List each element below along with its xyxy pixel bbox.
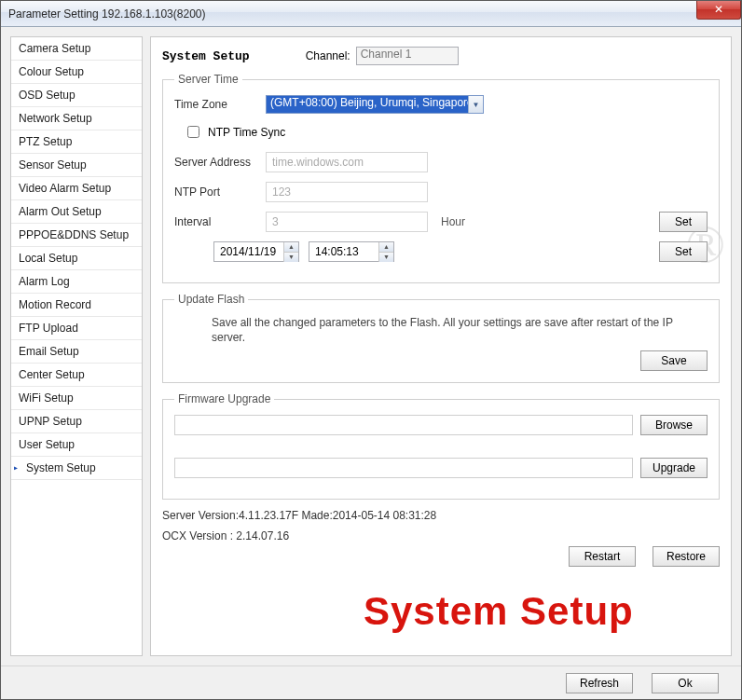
timezone-select[interactable]: (GMT+08:00) Beijing, Urumqi, Singapore [266,95,484,114]
save-button[interactable]: Save [640,350,708,371]
update-flash-group: Update Flash Save all the changed parame… [162,293,720,383]
timezone-label: Time Zone [174,98,258,111]
ntp-set-button[interactable]: Set [659,212,708,232]
date-spinner[interactable]: ▲▼ [213,241,299,262]
sidebar-item-motion-record[interactable]: Motion Record [11,294,142,317]
firmware-path-input[interactable] [174,415,633,435]
server-address-label: Server Address [174,156,258,169]
interval-input[interactable] [266,212,428,232]
sidebar-item-local-setup[interactable]: Local Setup [11,247,142,270]
ntp-port-label: NTP Port [174,185,258,199]
sidebar: Camera Setup Colour Setup OSD Setup Netw… [10,36,143,656]
channel-row: Channel: Channel 1 [306,47,459,65]
main-panel: ® System Setup Channel: Channel 1 Server… [150,36,732,656]
channel-label: Channel: [306,49,350,62]
update-flash-legend: Update Flash [174,293,248,306]
firmware-upgrade-legend: Firmware Upgrade [174,392,274,405]
spin-up-icon[interactable]: ▲ [283,242,298,253]
firmware-upgrade-group: Firmware Upgrade Browse Upgrade [162,392,720,500]
server-time-group: Server Time Time Zone (GMT+08:00) Beijin… [162,73,720,283]
window-title: Parameter Setting 192.168.1.103(8200) [8,7,205,21]
sidebar-item-camera-setup[interactable]: Camera Setup [11,37,142,61]
sidebar-item-wifi-setup[interactable]: WiFi Setup [11,387,142,410]
spin-up-icon[interactable]: ▲ [378,242,393,253]
sidebar-item-alarm-out-setup[interactable]: Alarm Out Setup [11,200,142,224]
restore-button[interactable]: Restore [653,546,720,567]
hour-label: Hour [441,215,465,228]
channel-select[interactable]: Channel 1 [356,47,459,65]
sidebar-item-ptz-setup[interactable]: PTZ Setup [11,130,142,154]
footer: Refresh Ok [1,666,741,699]
ok-button[interactable]: Ok [652,673,719,693]
sidebar-item-osd-setup[interactable]: OSD Setup [11,84,142,107]
version-info: Server Version:4.11.23.17F Made:2014-05-… [162,509,720,542]
time-spinner[interactable]: ▲▼ [309,241,394,262]
sidebar-item-upnp-setup[interactable]: UPNP Setup [11,410,142,433]
sidebar-item-center-setup[interactable]: Center Setup [11,364,142,387]
client-area: Camera Setup Colour Setup OSD Setup Netw… [1,27,741,666]
server-time-legend: Server Time [174,73,242,86]
sidebar-item-ftp-upload[interactable]: FTP Upload [11,317,142,340]
refresh-button[interactable]: Refresh [566,673,633,693]
update-flash-text: Save all the changed parameters to the F… [212,315,698,345]
sidebar-item-colour-setup[interactable]: Colour Setup [11,61,142,84]
sidebar-item-email-setup[interactable]: Email Setup [11,340,142,364]
close-icon: ✕ [714,3,723,16]
time-input[interactable] [309,242,378,261]
interval-label: Interval [174,215,258,228]
sidebar-item-pppoe-ddns-setup[interactable]: PPPOE&DDNS Setup [11,224,142,247]
titlebar: Parameter Setting 192.168.1.103(8200) ✕ [1,1,741,27]
ocx-version-text: OCX Version : 2.14.07.16 [162,529,720,542]
date-input[interactable] [214,242,283,261]
browse-button[interactable]: Browse [640,415,708,435]
datetime-set-button[interactable]: Set [659,241,708,262]
sidebar-item-network-setup[interactable]: Network Setup [11,107,142,130]
ntp-sync-label: NTP Time Sync [208,126,285,139]
sidebar-item-system-setup[interactable]: System Setup [11,457,142,480]
firmware-progress [174,458,633,478]
ntp-port-input[interactable] [266,182,428,202]
page-title: System Setup [162,49,250,63]
sidebar-item-user-setup[interactable]: User Setup [11,433,142,457]
upgrade-button[interactable]: Upgrade [640,458,708,478]
spin-down-icon[interactable]: ▼ [378,253,393,262]
window: Parameter Setting 192.168.1.103(8200) ✕ … [0,0,742,700]
sidebar-item-alarm-log[interactable]: Alarm Log [11,270,142,294]
ntp-sync-checkbox[interactable] [187,126,199,138]
sidebar-item-sensor-setup[interactable]: Sensor Setup [11,154,142,177]
restart-button[interactable]: Restart [569,546,636,567]
close-button[interactable]: ✕ [696,1,741,20]
server-version-text: Server Version:4.11.23.17F Made:2014-05-… [162,509,720,522]
overlay-title: System Setup [364,589,634,634]
sidebar-item-video-alarm-setup[interactable]: Video Alarm Setup [11,177,142,200]
spin-down-icon[interactable]: ▼ [283,253,298,262]
server-address-input[interactable] [266,152,428,172]
